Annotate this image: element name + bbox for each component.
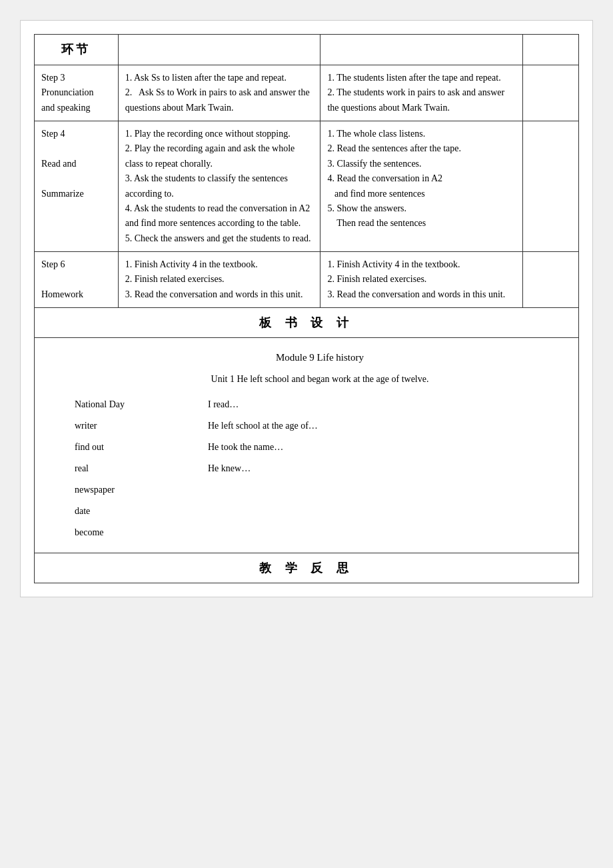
header-col2: [118, 35, 320, 65]
board-right-took-name: He took the name…: [208, 437, 565, 458]
board-left-real: real: [75, 458, 208, 479]
table-row: Step 6 Homework 1. Finish Activity 4 in …: [35, 252, 579, 308]
board-left-national-day: National Day: [75, 394, 208, 415]
board-right-i-read: I read…: [208, 394, 565, 415]
main-table: 环节 Step 3 Pronunciationand speaking 1. A…: [34, 34, 579, 308]
step4-student: 1. The whole class listens. 2. Read the …: [320, 121, 523, 251]
step6-notes: [523, 252, 579, 308]
step3-label: Step 3 Pronunciationand speaking: [35, 65, 119, 121]
board-section-title: 板 书 设 计: [34, 308, 579, 338]
step3-notes: [523, 65, 579, 121]
board-right-empty2: [208, 501, 565, 522]
step4-label: Step 4 Read and Summarize: [35, 121, 119, 251]
board-left-writer: writer: [75, 415, 208, 437]
header-col1: 环节: [35, 35, 119, 65]
step3-student: 1. The students listen after the tape an…: [320, 65, 523, 121]
board-right-knew: He knew…: [208, 458, 565, 479]
board-left-find-out: find out: [75, 437, 208, 458]
table-row: Step 3 Pronunciationand speaking 1. Ask …: [35, 65, 579, 121]
reflection-title: 教 学 反 思: [34, 553, 579, 583]
step3-title: Step 3: [41, 73, 65, 83]
board-right-left-school: He left school at the age of…: [208, 415, 565, 437]
step4-subtitle2: Summarize: [41, 189, 84, 199]
step6-label: Step 6 Homework: [35, 252, 119, 308]
step6-student: 1. Finish Activity 4 in the textbook. 2.…: [320, 252, 523, 308]
step4-teacher: 1. Play the recording once without stopp…: [118, 121, 320, 251]
header-col3: [320, 35, 523, 65]
table-row: Step 4 Read and Summarize 1. Play the re…: [35, 121, 579, 251]
step4-subtitle1: Read and: [41, 159, 76, 169]
header-col4: [523, 35, 579, 65]
step6-title: Step 6: [41, 259, 65, 269]
table-header: 环节: [35, 35, 579, 65]
board-left-become: become: [75, 522, 208, 543]
step4-title: Step 4: [41, 129, 65, 139]
board-right-empty1: [208, 479, 565, 501]
board-content-section: Module 9 Life history Unit 1 He left sch…: [34, 338, 579, 553]
step3-subtitle: Pronunciationand speaking: [41, 87, 94, 112]
board-subtitle: Unit 1 He left school and began work at …: [75, 370, 565, 389]
step6-teacher: 1. Finish Activity 4 in the textbook. 2.…: [118, 252, 320, 308]
board-right-empty3: [208, 522, 565, 543]
board-items: National Day I read… writer He left scho…: [75, 394, 565, 543]
step4-notes: [523, 121, 579, 251]
board-left-newspaper: newspaper: [75, 479, 208, 501]
step6-subtitle: Homework: [41, 289, 83, 299]
board-title: Module 9 Life history: [75, 347, 565, 367]
board-left-date: date: [75, 501, 208, 522]
step3-teacher: 1. Ask Ss to listen after the tape and r…: [118, 65, 320, 121]
page: 环节 Step 3 Pronunciationand speaking 1. A…: [20, 20, 593, 597]
